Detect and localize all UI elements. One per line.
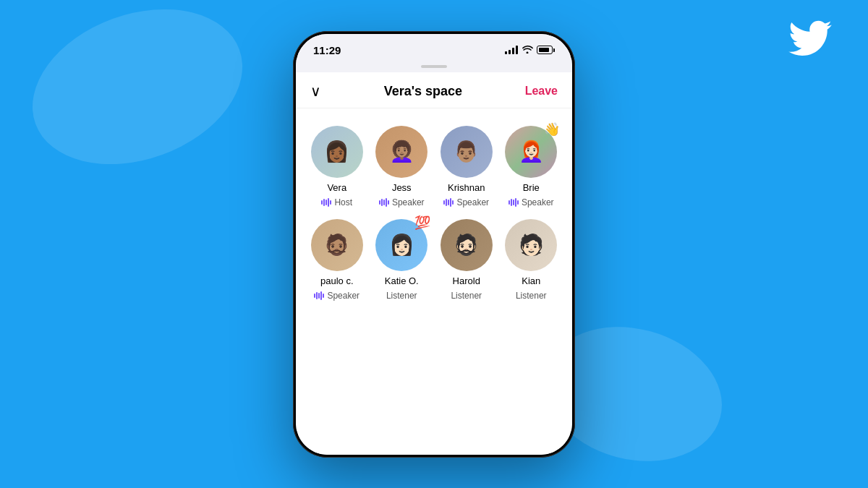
participant-name-brie: Brie bbox=[523, 182, 540, 193]
avatar-harold: 🧔🏻 bbox=[441, 219, 493, 271]
participant-role-brie: Speaker bbox=[509, 197, 554, 207]
participant-brie[interactable]: 👩🏻‍🦰👋BrieSpeaker bbox=[502, 126, 561, 207]
participant-name-vera: Vera bbox=[327, 182, 346, 193]
battery-icon bbox=[537, 46, 555, 54]
participant-role-vera: Host bbox=[321, 197, 352, 207]
avatar-wrap-vera: 👩🏾 bbox=[311, 126, 363, 178]
phone-screen: 11:29 bbox=[296, 34, 572, 455]
avatar-wrap-krishnan: 👨🏽 bbox=[441, 126, 493, 178]
mic-icon-vera bbox=[321, 198, 331, 207]
participant-harold[interactable]: 🧔🏻HaroldListener bbox=[437, 219, 496, 301]
twitter-bird-icon bbox=[788, 20, 832, 56]
participant-name-paulo: paulo c. bbox=[320, 275, 354, 286]
notch-area bbox=[296, 62, 572, 72]
leave-button[interactable]: Leave bbox=[525, 85, 558, 98]
role-text-vera: Host bbox=[334, 197, 352, 207]
role-text-katie: Listener bbox=[386, 291, 417, 301]
status-bar: 11:29 bbox=[296, 34, 572, 62]
participant-name-krishnan: Krishnan bbox=[448, 182, 485, 193]
avatar-wrap-harold: 🧔🏻 bbox=[441, 219, 493, 271]
participant-role-paulo: Speaker bbox=[314, 291, 359, 301]
mic-icon-jess bbox=[379, 198, 389, 207]
role-text-krishnan: Speaker bbox=[456, 197, 489, 207]
participant-name-harold: Harold bbox=[453, 275, 480, 286]
avatar-jess: 👩🏽‍🦱 bbox=[375, 126, 427, 178]
badge-brie: 👋 bbox=[544, 123, 560, 136]
mic-icon-paulo bbox=[314, 291, 324, 300]
participant-katie[interactable]: 👩🏻💯Katie O.Listener bbox=[373, 219, 432, 301]
participants-grid: 👩🏾VeraHost👩🏽‍🦱JessSpeaker👨🏽KrishnanSpeak… bbox=[296, 108, 572, 315]
participant-kian[interactable]: 🧑🏻KianListener bbox=[502, 219, 561, 301]
participant-role-harold: Listener bbox=[451, 291, 482, 301]
avatar-wrap-katie: 👩🏻💯 bbox=[375, 219, 427, 271]
participant-role-katie: Listener bbox=[386, 291, 417, 301]
avatar-wrap-paulo: 🧔🏽 bbox=[311, 219, 363, 271]
mic-icon-brie bbox=[509, 198, 519, 207]
participant-name-katie: Katie O. bbox=[385, 275, 419, 286]
space-header: ∨ Vera's space Leave bbox=[296, 72, 572, 108]
avatar-wrap-jess: 👩🏽‍🦱 bbox=[375, 126, 427, 178]
phone-frame: 11:29 bbox=[293, 31, 575, 458]
role-text-harold: Listener bbox=[451, 291, 482, 301]
mic-icon-krishnan bbox=[443, 198, 454, 207]
wifi-icon bbox=[522, 45, 533, 56]
participant-vera[interactable]: 👩🏾VeraHost bbox=[307, 126, 367, 207]
participant-name-kian: Kian bbox=[522, 275, 540, 286]
status-icons bbox=[505, 45, 555, 56]
chevron-down-icon[interactable]: ∨ bbox=[310, 84, 321, 98]
participant-krishnan[interactable]: 👨🏽KrishnanSpeaker bbox=[437, 126, 496, 207]
participant-paulo[interactable]: 🧔🏽paulo c.Speaker bbox=[307, 219, 367, 301]
role-text-brie: Speaker bbox=[522, 197, 554, 207]
space-title: Vera's space bbox=[384, 84, 462, 99]
participant-jess[interactable]: 👩🏽‍🦱JessSpeaker bbox=[373, 126, 432, 207]
role-text-kian: Listener bbox=[516, 291, 547, 301]
avatar-paulo: 🧔🏽 bbox=[311, 219, 363, 271]
participant-role-krishnan: Speaker bbox=[443, 197, 489, 207]
avatar-kian: 🧑🏻 bbox=[505, 219, 557, 271]
signal-bars-icon bbox=[505, 46, 518, 54]
avatar-wrap-kian: 🧑🏻 bbox=[505, 219, 557, 271]
role-text-paulo: Speaker bbox=[327, 291, 359, 301]
participant-role-kian: Listener bbox=[516, 291, 547, 301]
screen-content: ∨ Vera's space Leave 👩🏾VeraHost👩🏽‍🦱JessS… bbox=[296, 72, 572, 455]
notch-pill bbox=[421, 65, 447, 68]
participant-role-jess: Speaker bbox=[379, 197, 425, 207]
avatar-vera: 👩🏾 bbox=[311, 126, 363, 178]
status-time: 11:29 bbox=[313, 44, 341, 56]
participant-name-jess: Jess bbox=[392, 182, 412, 193]
avatar-wrap-brie: 👩🏻‍🦰👋 bbox=[505, 126, 557, 178]
avatar-krishnan: 👨🏽 bbox=[441, 126, 493, 178]
role-text-jess: Speaker bbox=[392, 197, 425, 207]
badge-katie: 💯 bbox=[414, 216, 430, 229]
